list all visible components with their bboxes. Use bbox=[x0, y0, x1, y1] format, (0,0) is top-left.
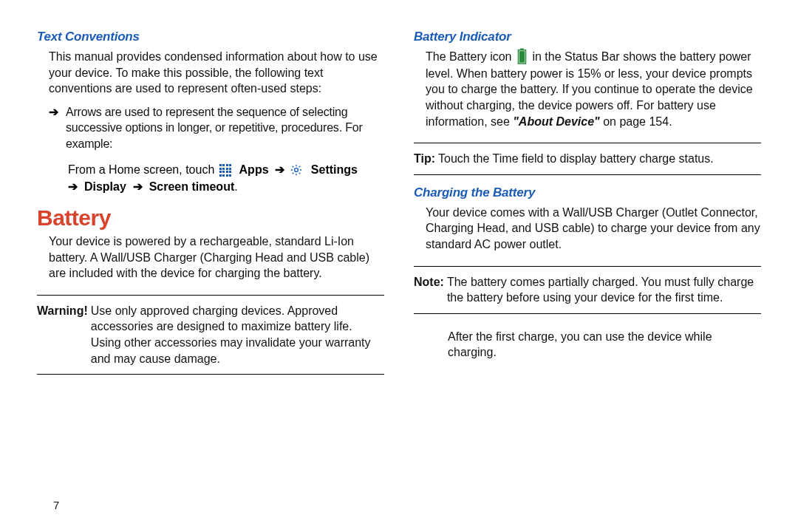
heading-text-conventions: Text Conventions bbox=[37, 30, 384, 44]
divider bbox=[414, 143, 761, 143]
bullet-arrows-desc: ➔ Arrows are used to represent the seque… bbox=[49, 104, 384, 152]
svg-rect-3 bbox=[519, 51, 525, 63]
tip-label: Tip: bbox=[414, 151, 435, 167]
para-text-conventions: This manual provides condensed informati… bbox=[49, 49, 384, 97]
arrow-icon: ➔ bbox=[133, 180, 143, 193]
indicator-text-1: The Battery icon bbox=[426, 50, 515, 63]
nav-settings-label: Settings bbox=[307, 163, 358, 176]
warning-label: Warning! bbox=[37, 303, 88, 366]
note-body: The battery comes partially charged. You… bbox=[447, 274, 761, 306]
nav-timeout-label: Screen timeout bbox=[146, 180, 234, 193]
tip-row: Tip: Touch the Time field to display bat… bbox=[414, 151, 761, 167]
svg-point-0 bbox=[295, 168, 299, 172]
heading-battery: Battery bbox=[37, 205, 384, 231]
note-row: Note: The battery comes partially charge… bbox=[414, 274, 761, 306]
bullet-text: Arrows are used to represent the sequenc… bbox=[66, 104, 384, 152]
battery-icon bbox=[517, 48, 527, 64]
warning-body: Use only approved charging devices. Appr… bbox=[91, 303, 384, 366]
note-label: Note: bbox=[414, 274, 444, 306]
right-column: Battery Indicator The Battery icon in th… bbox=[414, 30, 761, 510]
tip-body: Touch the Time field to display battery … bbox=[438, 151, 761, 167]
nav-apps-label: Apps bbox=[236, 163, 272, 176]
nav-display-label: Display bbox=[81, 180, 129, 193]
indicator-text-3: on page 154. bbox=[603, 115, 672, 128]
para-battery: Your device is powered by a rechargeable… bbox=[49, 233, 384, 282]
divider bbox=[37, 374, 384, 375]
para-charging: Your device comes with a Wall/USB Charge… bbox=[426, 205, 761, 253]
arrow-icon: ➔ bbox=[49, 104, 58, 152]
nav-prefix: From a Home screen, touch bbox=[68, 163, 218, 176]
divider bbox=[37, 295, 384, 296]
heading-charging: Charging the Battery bbox=[414, 185, 761, 200]
apps-icon bbox=[219, 164, 232, 177]
heading-battery-indicator: Battery Indicator bbox=[414, 30, 761, 44]
nav-example: From a Home screen, touch Apps ➔ Setting… bbox=[68, 161, 384, 195]
page-number: 7 bbox=[53, 499, 59, 511]
manual-page: Text Conventions This manual provides co… bbox=[0, 0, 798, 532]
divider bbox=[414, 174, 761, 175]
divider bbox=[414, 266, 761, 267]
settings-icon bbox=[290, 163, 303, 177]
left-column: Text Conventions This manual provides co… bbox=[37, 30, 384, 510]
para-after-charge: After the first charge, you can use the … bbox=[448, 329, 761, 361]
arrow-icon: ➔ bbox=[275, 163, 284, 176]
divider bbox=[414, 313, 761, 314]
arrow-icon: ➔ bbox=[68, 180, 78, 193]
indicator-ref: "About Device" bbox=[513, 115, 599, 128]
para-battery-indicator: The Battery icon in the Status Bar shows… bbox=[426, 49, 761, 129]
warning-row: Warning! Use only approved charging devi… bbox=[37, 303, 384, 366]
